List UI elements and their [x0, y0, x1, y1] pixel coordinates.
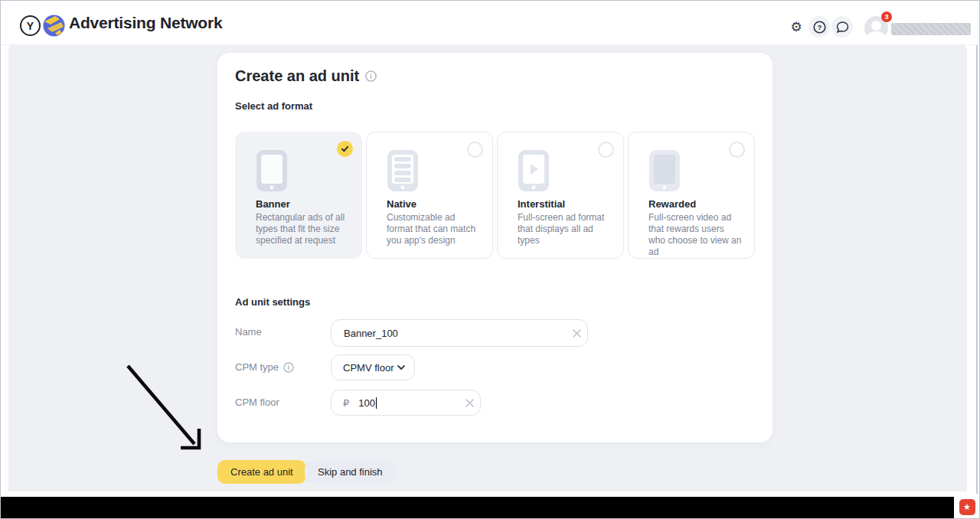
name-label: Name — [235, 326, 262, 338]
notification-badge[interactable]: 3 — [881, 11, 892, 22]
clear-cpm-floor-icon[interactable] — [459, 398, 480, 408]
clear-name-icon[interactable] — [566, 328, 587, 338]
yandex-logo-icon[interactable]: Y — [20, 15, 41, 36]
skip-and-finish-button[interactable]: Skip and finish — [305, 460, 396, 484]
cpm-type-select[interactable]: CPMV floor — [331, 354, 415, 380]
interstitial-phone-icon — [518, 149, 550, 192]
screenshot-tool-container: ★ — [954, 494, 980, 519]
format-description: Customizable ad format that can match yo… — [387, 212, 480, 246]
format-title: Native — [387, 198, 416, 210]
avatar-silhouette — [871, 21, 881, 31]
ad-unit-settings-label: Ad unit settings — [235, 296, 310, 308]
name-input[interactable] — [332, 328, 566, 339]
create-ad-unit-button[interactable]: Create ad unit — [217, 460, 306, 484]
format-title: Rewarded — [648, 198, 696, 210]
title-info-icon[interactable]: i — [365, 70, 377, 82]
format-description: Full-screen ad format that displays all … — [518, 212, 611, 246]
format-description: Rectangular ads of all types that fit th… — [256, 212, 349, 246]
format-title: Interstitial — [518, 198, 565, 210]
rewarded-phone-icon — [648, 149, 681, 192]
chevron-down-icon — [397, 365, 405, 370]
format-card-rewarded[interactable]: Rewarded Full-screen video ad that rewar… — [628, 132, 755, 259]
advertising-network-logo-icon[interactable] — [43, 15, 65, 37]
bottom-black-bar — [1, 497, 980, 519]
screenshot-tool-icon[interactable]: ★ — [959, 499, 975, 515]
chat-icon[interactable] — [831, 16, 853, 38]
format-card-interstitial[interactable]: Interstitial Full-screen ad format that … — [497, 132, 624, 259]
radio-unselected-icon[interactable] — [729, 142, 745, 158]
format-card-native[interactable]: Native Customizable ad format that can m… — [366, 132, 493, 259]
username-redacted — [891, 23, 971, 35]
svg-text:i: i — [288, 364, 289, 371]
selected-check-icon — [337, 141, 353, 157]
text-cursor — [376, 397, 377, 409]
create-ad-unit-panel: Create an ad unit i Select ad format Ban… — [217, 53, 773, 442]
cpm-floor-value[interactable]: 100 — [349, 397, 375, 409]
ruble-currency-icon: ₽ — [332, 397, 349, 409]
cpm-type-info-icon[interactable]: i — [283, 362, 294, 373]
format-title: Banner — [256, 198, 290, 210]
cpm-floor-field-wrapper[interactable]: ₽ 100 — [331, 390, 481, 416]
brand-title: Advertising Network — [69, 1, 222, 45]
banner-phone-icon — [256, 149, 288, 192]
cpm-floor-label: CPM floor — [235, 397, 279, 408]
radio-unselected-icon[interactable] — [467, 142, 483, 158]
radio-unselected-icon[interactable] — [598, 142, 614, 158]
svg-text:i: i — [371, 73, 373, 80]
name-field-wrapper — [331, 319, 588, 347]
app-window: Y Advertising Network ⚙ ? 3 Create an ad… — [0, 0, 980, 519]
help-icon[interactable]: ? — [808, 16, 830, 38]
select-format-label: Select ad format — [235, 100, 312, 112]
format-card-banner[interactable]: Banner Rectangular ads of all types that… — [235, 132, 362, 259]
top-navigation-bar: Y Advertising Network ⚙ ? 3 — [1, 1, 980, 45]
settings-gear-icon[interactable]: ⚙ — [786, 16, 807, 38]
svg-text:?: ? — [817, 23, 822, 31]
page-title: Create an ad unit i — [235, 67, 377, 85]
scrollbar[interactable] — [976, 2, 978, 495]
cpm-type-label: CPM type i — [235, 361, 294, 373]
native-phone-icon — [387, 149, 419, 192]
format-description: Full-screen video ad that rewards users … — [648, 212, 742, 258]
